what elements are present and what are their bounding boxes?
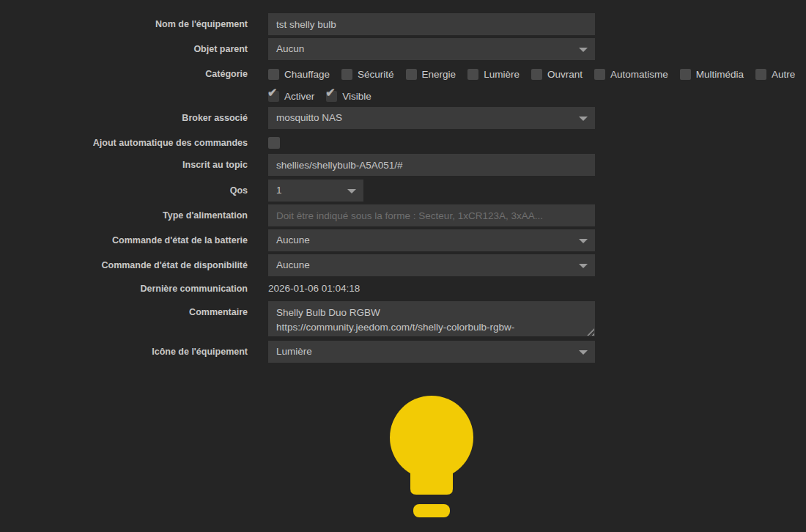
check-icon: ✔ xyxy=(267,87,277,99)
row-broker: Broker associé mosquitto NAS xyxy=(0,107,806,129)
parent-object-select[interactable]: Aucun xyxy=(268,38,595,60)
category-option-label: Lumière xyxy=(484,69,520,80)
category-checkbox-lumiere[interactable]: Lumière xyxy=(467,69,520,80)
row-auto-add: Ajout automatique des commandes xyxy=(0,132,806,154)
row-flags: ✔ Activer ✔ Visible xyxy=(0,85,806,107)
category-checkbox-energie[interactable]: Energie xyxy=(406,69,456,80)
checkbox-icon[interactable] xyxy=(341,69,352,80)
checkbox-icon[interactable] xyxy=(406,69,417,80)
row-topic: Inscrit au topic xyxy=(0,154,806,176)
checkbox-icon[interactable] xyxy=(467,69,478,80)
caret-down-icon xyxy=(347,189,356,193)
checkbox-checked-icon[interactable]: ✔ xyxy=(326,91,337,102)
row-last-communication: Dernière communication 2026-01-06 01:04:… xyxy=(0,279,806,298)
equipment-icon-value: Lumière xyxy=(276,346,312,357)
category-option-label: Autre xyxy=(772,69,795,80)
category-checkbox-securite[interactable]: Sécurité xyxy=(341,69,394,80)
row-category: Catégorie Chauffage Sécurité Energie Lum… xyxy=(0,63,806,85)
category-checkbox-multimedia[interactable]: Multimédia xyxy=(680,69,744,80)
checkbox-icon[interactable] xyxy=(755,69,766,80)
power-type-input[interactable] xyxy=(268,204,595,226)
category-checkbox-automatisme[interactable]: Automatisme xyxy=(594,69,668,80)
comment-textarea[interactable]: Shelly Bulb Duo RGBW https://community.j… xyxy=(268,301,595,336)
battery-cmd-label: Commande d'état de la batterie xyxy=(0,229,248,251)
row-equipment-name: Nom de l'équipement xyxy=(0,13,806,35)
last-communication-label: Dernière communication xyxy=(0,279,248,298)
row-comment: Commentaire Shelly Bulb Duo RGBW https:/… xyxy=(0,301,806,336)
row-equipment-icon: Icône de l'équipement Lumière xyxy=(0,341,806,363)
checkbox-icon[interactable] xyxy=(268,69,279,80)
qos-label: Qos xyxy=(0,180,248,202)
category-label: Catégorie xyxy=(0,63,248,85)
availability-cmd-label: Commande d'état de disponibilité xyxy=(0,254,248,276)
row-availability-cmd: Commande d'état de disponibilité Aucune xyxy=(0,254,806,276)
checkbox-icon[interactable] xyxy=(531,69,542,80)
battery-cmd-value: Aucune xyxy=(276,234,310,245)
parent-object-label: Objet parent xyxy=(0,38,248,60)
caret-down-icon xyxy=(579,350,588,355)
availability-cmd-value: Aucune xyxy=(276,259,310,270)
equipment-icon-select[interactable]: Lumière xyxy=(268,341,595,363)
battery-cmd-select[interactable]: Aucune xyxy=(268,229,595,251)
lightbulb-icon xyxy=(388,396,475,517)
checkbox-icon[interactable] xyxy=(594,69,605,80)
caret-down-icon xyxy=(579,239,588,243)
category-option-label: Automatisme xyxy=(610,69,668,80)
equipment-name-label: Nom de l'équipement xyxy=(0,13,248,35)
power-type-label: Type d'alimentation xyxy=(0,204,248,226)
checkbox-icon[interactable] xyxy=(680,69,691,80)
topic-input[interactable] xyxy=(268,154,595,176)
category-option-label: Multimédia xyxy=(696,69,744,80)
availability-cmd-select[interactable]: Aucune xyxy=(268,254,595,276)
topic-label: Inscrit au topic xyxy=(0,154,248,176)
checkbox-checked-icon[interactable]: ✔ xyxy=(268,91,279,102)
row-qos: Qos 1 xyxy=(0,180,806,202)
category-option-label: Ouvrant xyxy=(547,69,583,80)
qos-select[interactable]: 1 xyxy=(268,180,363,202)
caret-down-icon xyxy=(579,48,588,52)
category-checkbox-ouvrant[interactable]: Ouvrant xyxy=(531,69,583,80)
activer-label: Activer xyxy=(284,91,314,102)
row-power-type: Type d'alimentation xyxy=(0,204,806,226)
equipment-name-input[interactable] xyxy=(268,13,595,35)
equipment-form: Nom de l'équipement Objet parent Aucun C… xyxy=(0,0,806,517)
qos-value: 1 xyxy=(276,185,282,196)
activer-checkbox[interactable]: ✔ Activer xyxy=(268,91,314,102)
category-option-label: Energie xyxy=(422,69,456,80)
caret-down-icon xyxy=(579,264,588,268)
last-communication-value: 2026-01-06 01:04:18 xyxy=(268,283,360,294)
flags-label-spacer xyxy=(0,85,248,107)
broker-select[interactable]: mosquitto NAS xyxy=(268,107,595,129)
broker-label: Broker associé xyxy=(0,107,248,129)
check-icon: ✔ xyxy=(325,87,335,99)
equipment-icon-label: Icône de l'équipement xyxy=(0,341,248,363)
visible-checkbox[interactable]: ✔ Visible xyxy=(326,91,371,102)
row-parent-object: Objet parent Aucun xyxy=(0,38,806,60)
auto-add-label: Ajout automatique des commandes xyxy=(0,132,248,154)
auto-add-checkbox[interactable] xyxy=(268,137,280,149)
visible-label: Visible xyxy=(342,91,371,102)
category-option-label: Chauffage xyxy=(284,69,330,80)
equipment-icon-preview xyxy=(388,396,475,517)
broker-value: mosquitto NAS xyxy=(276,112,342,123)
category-checkbox-chauffage[interactable]: Chauffage xyxy=(268,69,330,80)
category-option-label: Sécurité xyxy=(358,69,394,80)
parent-object-value: Aucun xyxy=(276,43,304,54)
row-battery-cmd: Commande d'état de la batterie Aucune xyxy=(0,229,806,251)
caret-down-icon xyxy=(579,117,588,121)
category-checkbox-autre[interactable]: Autre xyxy=(755,69,795,80)
comment-label: Commentaire xyxy=(0,301,248,336)
